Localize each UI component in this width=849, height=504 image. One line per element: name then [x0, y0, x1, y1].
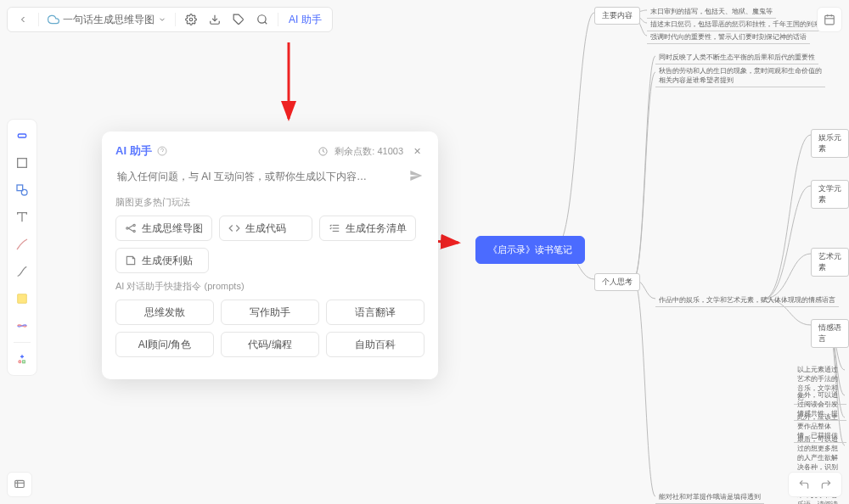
svg-point-29 — [133, 230, 135, 232]
prompt-diverge[interactable]: 思维发散 — [115, 300, 214, 325]
sticky-icon — [125, 255, 137, 266]
undo-button[interactable] — [796, 476, 812, 493]
topbar: 一句话生成思维导图 AI 助手 — [7, 7, 333, 32]
leaf-p2[interactable]: 秋告的劳动和人的生日的现象，意时间观和生命价值的相关内容是谁希望者提到 — [655, 64, 825, 87]
tool-shape[interactable] — [11, 179, 33, 201]
svg-point-28 — [133, 224, 135, 226]
mindmap-root[interactable]: 《启示录》读书笔记 — [475, 236, 585, 264]
svg-point-5 — [258, 15, 266, 23]
export-button[interactable] — [205, 9, 225, 30]
prompt-writing[interactable]: 写作助手 — [221, 300, 319, 325]
settings-button[interactable] — [181, 9, 201, 30]
svg-point-14 — [21, 189, 27, 195]
branch-personal[interactable]: 个人思考 — [594, 273, 640, 291]
cloud-icon — [48, 14, 59, 25]
prompt-consult[interactable]: AI顾问/角色 — [115, 332, 214, 357]
svg-rect-16 — [18, 294, 27, 304]
svg-rect-13 — [17, 185, 23, 191]
gen-tasklist-button[interactable]: 生成任务清单 — [319, 216, 416, 241]
cat-literature[interactable]: 文学元素 — [811, 180, 849, 209]
doc-title[interactable]: 一句话生成思维导图 — [44, 13, 170, 27]
send-button[interactable] — [409, 169, 423, 186]
cat-entertainment[interactable]: 娱乐元素 — [811, 129, 849, 158]
prompt-wiki[interactable]: 自助百科 — [326, 332, 424, 357]
section-trending: 脑图更多热门玩法 — [115, 196, 424, 209]
ai-prompt-input[interactable] — [115, 165, 424, 188]
branch-main-content[interactable]: 主要内容 — [594, 7, 640, 25]
svg-point-2 — [189, 18, 193, 21]
prompt-code[interactable]: 代码/编程 — [221, 332, 319, 357]
cat-emotion[interactable]: 情感语言 — [811, 319, 849, 348]
leaf-c1[interactable]: 末日审判的描写，包括天、地狱、魔鬼等 — [647, 5, 776, 19]
calendar-button[interactable] — [817, 7, 842, 32]
gen-code-button[interactable]: 生成代码 — [219, 216, 312, 241]
search-button[interactable] — [252, 9, 273, 30]
ai-panel-title: AI 助手 — [115, 143, 167, 159]
svg-rect-11 — [18, 134, 25, 137]
svg-rect-20 — [23, 361, 25, 363]
ai-assistant-tab[interactable]: AI 助手 — [284, 13, 327, 27]
tool-sticky[interactable] — [11, 288, 33, 310]
redo-button[interactable] — [818, 476, 835, 493]
tool-more[interactable] — [11, 348, 33, 370]
svg-point-19 — [19, 361, 21, 363]
gen-sticky-button[interactable]: 生成便利贴 — [115, 248, 209, 273]
chevron-down-icon — [158, 15, 166, 24]
left-toolbox — [7, 119, 37, 376]
tag-button[interactable] — [228, 9, 249, 30]
prompt-translate[interactable]: 语言翻译 — [326, 300, 424, 325]
leaf-l6[interactable]: 能对社和对革提作哦请是填得透到 — [655, 490, 764, 504]
svg-rect-12 — [18, 159, 27, 168]
tool-pen[interactable] — [11, 233, 33, 255]
help-icon[interactable] — [157, 146, 167, 156]
code-icon — [228, 222, 240, 234]
tool-mindmap[interactable] — [11, 315, 33, 337]
svg-rect-7 — [825, 15, 835, 24]
svg-line-6 — [265, 22, 267, 25]
tool-select[interactable] — [11, 125, 33, 147]
leaf-c3[interactable]: 强调时代向的重要性，警示人们要时刻保记神的话语 — [647, 31, 810, 44]
layers-button[interactable] — [7, 472, 32, 497]
svg-point-27 — [127, 227, 128, 229]
leaf-p1[interactable]: 同时反映了人类不断生态平衡的后果和后代的重要性 — [655, 51, 818, 64]
section-prompts: AI 对话助手快捷指令 (prompts) — [115, 280, 424, 293]
back-button[interactable] — [13, 9, 33, 30]
svg-rect-21 — [15, 480, 25, 487]
ai-assistant-panel: AI 助手 剩余点数: 41003 ✕ 脑图更多热门玩法 生成思维导图 生成代码… — [102, 132, 438, 379]
clock-icon — [318, 147, 328, 156]
tool-frame[interactable] — [11, 152, 33, 174]
cat-art[interactable]: 艺术元素 — [811, 248, 849, 277]
close-button[interactable]: ✕ — [410, 144, 424, 159]
tool-text[interactable] — [11, 206, 33, 228]
tool-connector[interactable] — [11, 260, 33, 283]
leaf-c2[interactable]: 描述末日惩罚，包括罪恶的惩罚和挂性，千年王国的到来等 — [647, 18, 830, 31]
list-icon — [329, 222, 340, 234]
mindmap-icon — [125, 222, 137, 234]
leaf-l1[interactable]: 作品中的娱乐，文学和艺术元素，赋人体体现现的情感语言 — [655, 294, 839, 307]
history-controls — [788, 472, 842, 497]
gen-mindmap-button[interactable]: 生成思维导图 — [115, 216, 212, 241]
